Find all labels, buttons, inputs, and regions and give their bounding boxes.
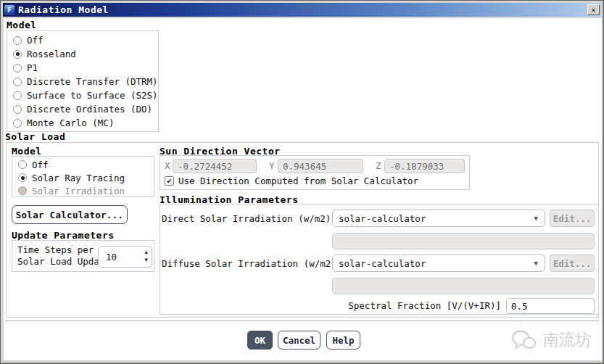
close-icon[interactable]: ✕ [587, 4, 600, 15]
radio-icon [13, 36, 22, 45]
radio-option-p1[interactable]: P1 [7, 61, 158, 75]
diffuse-irradiation-label: Diffuse Solar Irradiation (w/m2) [162, 258, 328, 269]
radio-option-rosseland[interactable]: Rosseland [7, 47, 158, 61]
help-button[interactable]: Help [326, 331, 360, 349]
use-direction-checkbox-row[interactable]: ✔ Use Direction Computed from Solar Calc… [165, 175, 418, 186]
ok-button[interactable]: OK [247, 331, 273, 349]
radio-label: P1 [27, 62, 38, 73]
footer-divider [5, 320, 599, 322]
spinner-down-icon[interactable]: ▼ [144, 256, 148, 264]
solar-load-heading: Solar Load [5, 131, 65, 142]
direct-irradiation-label: Direct Solar Irradiation (w/m2) [162, 213, 328, 224]
radio-option-s2s[interactable]: Surface to Surface (S2S) [7, 88, 158, 102]
radio-selected-icon [18, 173, 27, 182]
diffuse-dropdown-value: solar-calculator [339, 258, 426, 269]
spectral-fraction-label: Spectral Fraction [V/(V+IR)] [162, 300, 501, 311]
radiation-model-dialog: F Radiation Model ✕ Model Off Rosseland … [0, 0, 604, 364]
time-steps-spinner: ▲ ▼ [98, 246, 152, 268]
radio-label: Solar Ray Tracing [32, 173, 125, 183]
radio-icon [18, 160, 27, 169]
checkbox-checked-icon[interactable]: ✔ [165, 176, 174, 186]
radio-option-off[interactable]: Off [7, 33, 158, 47]
update-parameters-heading: Update Parameters [12, 230, 115, 241]
direct-irradiation-value-field [332, 233, 595, 249]
model-groupbox: Off Rosseland P1 Discrete Transfer (DTRM… [7, 30, 159, 132]
time-steps-input[interactable] [106, 249, 132, 265]
radio-label: Monte Carlo (MC) [27, 117, 114, 128]
sun-z-field [384, 159, 465, 173]
update-parameters-groupbox: Time Steps per Solar Load Update ▲ ▼ [12, 240, 154, 272]
diffuse-irradiation-value-field [332, 278, 595, 294]
wechat-icon [511, 329, 537, 351]
time-steps-label-line1: Time Steps per [17, 244, 110, 256]
spinner-arrows: ▲ ▼ [144, 248, 148, 264]
diffuse-irradiation-dropdown[interactable]: solar-calculator ▼ [332, 255, 545, 272]
diffuse-edit-button[interactable]: Edit... [550, 255, 595, 272]
radio-label: Surface to Surface (S2S) [27, 90, 158, 101]
sun-y-field [278, 159, 363, 173]
radio-icon [13, 91, 22, 100]
radio-icon [13, 119, 22, 128]
direct-irradiation-dropdown[interactable]: solar-calculator ▼ [332, 210, 545, 227]
titlebar[interactable]: F Radiation Model ✕ [3, 3, 601, 17]
y-axis-label: Y [269, 160, 275, 171]
radio-option-mc[interactable]: Monte Carlo (MC) [7, 116, 158, 130]
radio-disabled-icon [18, 186, 27, 195]
radio-option-do[interactable]: Discrete Ordinates (DO) [7, 102, 158, 116]
radio-label: Discrete Ordinates (DO) [27, 104, 152, 115]
model-section-heading: Model [7, 20, 37, 30]
fluent-app-icon: F [4, 5, 15, 15]
dialog-content: Model Off Rosseland P1 Discrete Transfer… [4, 18, 602, 360]
watermark-text: 南流坊 [543, 329, 591, 351]
radio-label: Off [27, 35, 44, 46]
spectral-fraction-input[interactable] [506, 298, 595, 314]
solar-calculator-button[interactable]: Solar Calculator... [12, 205, 128, 224]
illumination-groupbox: Direct Solar Irradiation (w/m2) solar-ca… [160, 204, 599, 315]
radio-option-solar-off[interactable]: Off [12, 158, 154, 171]
spinner-up-icon[interactable]: ▲ [144, 248, 148, 256]
x-axis-label: X [165, 160, 170, 171]
chevron-down-icon: ▼ [534, 215, 538, 222]
radio-label: Discrete Transfer (DTRM) [27, 76, 158, 87]
radio-icon [13, 78, 22, 86]
sun-x-field [173, 159, 257, 173]
cancel-button[interactable]: Cancel [278, 331, 320, 349]
direct-edit-button[interactable]: Edit... [550, 210, 595, 227]
radio-label: Rosseland [27, 49, 76, 59]
direct-dropdown-value: solar-calculator [339, 213, 426, 224]
time-steps-label-line2: Solar Load Update [17, 256, 110, 268]
sun-direction-groupbox: X Y Z ✔ Use Direction Computed from Sola… [160, 155, 470, 190]
radio-selected-icon [13, 50, 22, 59]
solar-model-heading: Model [12, 146, 42, 157]
solar-load-groupbox: Model Off Solar Ray Tracing Solar Irradi… [6, 142, 599, 318]
radio-label: Off [32, 160, 49, 170]
radio-label: Solar Irradiation [32, 186, 125, 197]
radio-option-solar-ray-tracing[interactable]: Solar Ray Tracing [12, 171, 154, 184]
window-title: Radiation Model [18, 4, 109, 15]
z-axis-label: Z [376, 160, 381, 171]
radio-icon [13, 105, 22, 114]
chevron-down-icon: ▼ [534, 260, 538, 267]
radio-option-solar-irradiation[interactable]: Solar Irradiation [12, 184, 154, 197]
time-steps-label: Time Steps per Solar Load Update [17, 244, 110, 268]
solar-model-groupbox: Off Solar Ray Tracing Solar Irradiation [12, 156, 154, 197]
radio-option-dtrm[interactable]: Discrete Transfer (DTRM) [7, 75, 158, 88]
use-direction-checkbox-label: Use Direction Computed from Solar Calcul… [178, 175, 418, 186]
watermark: 南流坊 [511, 329, 591, 351]
radio-icon [13, 64, 22, 73]
